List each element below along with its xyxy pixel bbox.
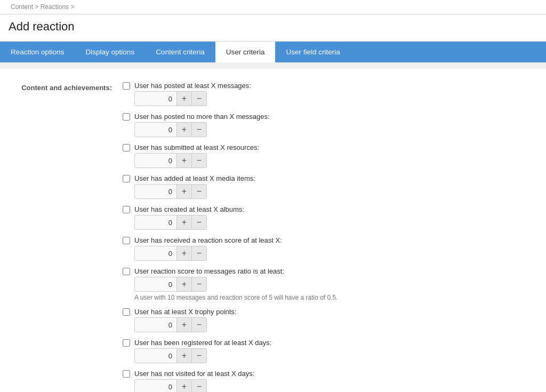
stepper-minus-reaction-ratio[interactable]: − — [192, 277, 207, 292]
checkbox-not-visited[interactable] — [123, 370, 130, 378]
checkbox-created-albums[interactable] — [123, 206, 130, 213]
stepper-plus-submitted-resources[interactable]: + — [177, 153, 192, 168]
checkbox-trophy-points[interactable] — [123, 308, 130, 316]
stepper-minus-posted-at-least[interactable]: − — [192, 91, 207, 106]
criteria-label-row-reaction-score: User has received a reaction score of at… — [123, 236, 530, 244]
tab-user-field-criteria[interactable]: User field criteria — [275, 42, 350, 62]
stepper-reaction-ratio: +− — [134, 277, 530, 292]
criteria-text-registered-days: User has been registered for at least X … — [134, 339, 271, 347]
stepper-input-posted-at-least[interactable] — [134, 91, 177, 106]
criteria-text-created-albums: User has created at least X albums: — [134, 205, 244, 213]
criteria-text-posted-at-least: User has posted at least X messages: — [134, 82, 251, 90]
criteria-label-row-reaction-ratio: User reaction score to messages ratio is… — [123, 267, 530, 275]
stepper-posted-at-least: +− — [134, 91, 530, 106]
stepper-registered-days: +− — [134, 348, 530, 363]
stepper-input-not-visited[interactable] — [134, 379, 177, 392]
stepper-submitted-resources: +− — [134, 153, 530, 168]
criteria-label-row-trophy-points: User has at least X trophy points: — [123, 308, 530, 316]
stepper-input-reaction-ratio[interactable] — [134, 277, 177, 292]
checkbox-registered-days[interactable] — [123, 339, 130, 347]
checkbox-posted-no-more[interactable] — [123, 113, 130, 121]
criteria-row-trophy-points: User has at least X trophy points:+− — [123, 308, 530, 337]
criteria-text-not-visited: User has not visited for at least X days… — [134, 370, 254, 378]
criteria-rows: User has posted at least X messages:+−Us… — [123, 82, 530, 392]
criteria-row-reaction-ratio: User reaction score to messages ratio is… — [123, 267, 530, 306]
checkbox-added-media[interactable] — [123, 175, 130, 182]
stepper-plus-registered-days[interactable]: + — [177, 348, 192, 363]
criteria-text-posted-no-more: User has posted no more than X messages: — [134, 113, 270, 121]
stepper-minus-created-albums[interactable]: − — [192, 215, 207, 230]
stepper-minus-trophy-points[interactable]: − — [192, 317, 207, 332]
criteria-row-added-media: User has added at least X media items:+− — [123, 174, 530, 203]
stepper-added-media: +− — [134, 184, 530, 199]
stepper-plus-posted-at-least[interactable]: + — [177, 91, 192, 106]
criteria-text-trophy-points: User has at least X trophy points: — [134, 308, 236, 316]
criteria-label-row-registered-days: User has been registered for at least X … — [123, 339, 530, 347]
criteria-text-added-media: User has added at least X media items: — [134, 174, 255, 182]
criteria-label-row-submitted-resources: User has submitted at least X resources: — [123, 143, 530, 151]
stepper-input-reaction-score[interactable] — [134, 246, 177, 261]
criteria-row-posted-no-more: User has posted no more than X messages:… — [123, 113, 530, 141]
stepper-minus-added-media[interactable]: − — [192, 184, 207, 199]
stepper-plus-added-media[interactable]: + — [177, 184, 192, 199]
hint-text-reaction-ratio: A user with 10 messages and reaction sco… — [134, 294, 530, 301]
criteria-label-row-posted-at-least: User has posted at least X messages: — [123, 82, 530, 90]
stepper-plus-created-albums[interactable]: + — [177, 215, 192, 230]
content-area: Content and achievements: User has poste… — [0, 69, 546, 392]
criteria-label-row-created-albums: User has created at least X albums: — [123, 205, 530, 213]
stepper-minus-reaction-score[interactable]: − — [192, 246, 207, 261]
stepper-input-posted-no-more[interactable] — [134, 122, 177, 137]
checkbox-reaction-score[interactable] — [123, 237, 130, 244]
stepper-created-albums: +− — [134, 215, 530, 230]
criteria-row-registered-days: User has been registered for at least X … — [123, 339, 530, 367]
criteria-row-created-albums: User has created at least X albums:+− — [123, 205, 530, 234]
tab-content-criteria[interactable]: Content criteria — [145, 42, 215, 62]
tab-display-options[interactable]: Display options — [75, 42, 146, 62]
page-header: Add reaction — [0, 14, 546, 42]
breadcrumb: Content > Reactions > — [0, 0, 546, 14]
stepper-plus-reaction-ratio[interactable]: + — [177, 277, 192, 292]
stepper-minus-posted-no-more[interactable]: − — [192, 122, 207, 137]
page-title: Add reaction — [9, 20, 537, 34]
tab-user-criteria[interactable]: User criteria — [215, 42, 276, 62]
criteria-text-reaction-ratio: User reaction score to messages ratio is… — [134, 267, 284, 275]
stepper-input-created-albums[interactable] — [134, 215, 177, 230]
stepper-reaction-score: +− — [134, 246, 530, 261]
breadcrumb-text: Content > Reactions > — [11, 3, 74, 11]
stepper-trophy-points: +− — [134, 317, 530, 332]
stepper-posted-no-more: +− — [134, 122, 530, 137]
stepper-plus-not-visited[interactable]: + — [177, 379, 192, 392]
criteria-label-row-posted-no-more: User has posted no more than X messages: — [123, 113, 530, 121]
stepper-minus-registered-days[interactable]: − — [192, 348, 207, 363]
stepper-not-visited: +− — [134, 379, 530, 392]
criteria-row-not-visited: User has not visited for at least X days… — [123, 370, 530, 392]
checkbox-submitted-resources[interactable] — [123, 144, 130, 151]
criteria-row-posted-at-least: User has posted at least X messages:+− — [123, 82, 530, 110]
stepper-plus-posted-no-more[interactable]: + — [177, 122, 192, 137]
stepper-input-registered-days[interactable] — [134, 348, 177, 363]
section-label: Content and achievements: — [16, 82, 123, 392]
criteria-label-row-added-media: User has added at least X media items: — [123, 174, 530, 182]
criteria-row-reaction-score: User has received a reaction score of at… — [123, 236, 530, 265]
stepper-input-submitted-resources[interactable] — [134, 153, 177, 168]
tabs-bar: Reaction optionsDisplay optionsContent c… — [0, 42, 546, 62]
stepper-plus-reaction-score[interactable]: + — [177, 246, 192, 261]
checkbox-posted-at-least[interactable] — [123, 82, 130, 90]
stepper-input-trophy-points[interactable] — [134, 317, 177, 332]
stepper-minus-not-visited[interactable]: − — [192, 379, 207, 392]
stepper-input-added-media[interactable] — [134, 184, 177, 199]
criteria-text-submitted-resources: User has submitted at least X resources: — [134, 143, 259, 151]
checkbox-reaction-ratio[interactable] — [123, 268, 130, 275]
criteria-row-submitted-resources: User has submitted at least X resources:… — [123, 143, 530, 172]
criteria-text-reaction-score: User has received a reaction score of at… — [134, 236, 282, 244]
stepper-plus-trophy-points[interactable]: + — [177, 317, 192, 332]
tab-reaction-options[interactable]: Reaction options — [0, 42, 75, 62]
stepper-minus-submitted-resources[interactable]: − — [192, 153, 207, 168]
criteria-label-row-not-visited: User has not visited for at least X days… — [123, 370, 530, 378]
